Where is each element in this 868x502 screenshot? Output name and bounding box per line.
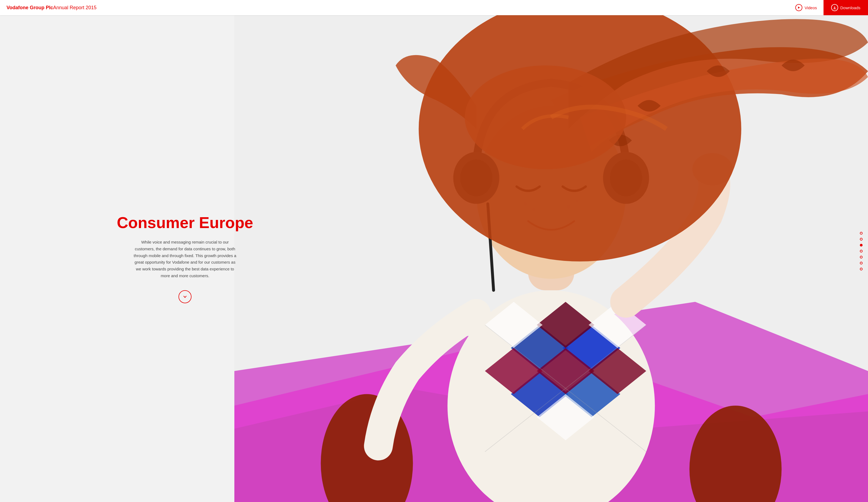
header-nav: Videos Downloads [789,0,868,15]
nav-dot-2[interactable] [860,238,862,241]
downloads-nav-button[interactable]: Downloads [824,0,868,15]
main-content: Consumer Europe While voice and messagin… [0,0,868,502]
section-description: While voice and messaging remain crucial… [133,239,237,279]
nav-dot-7[interactable] [860,268,862,270]
header: Vodafone Group Plc Annual Report 2015 Vi… [0,0,868,15]
side-navigation-dots [860,232,862,270]
svg-marker-0 [798,7,800,9]
download-icon [831,4,838,11]
videos-label: Videos [805,6,817,10]
nav-dot-1[interactable] [860,232,862,234]
nav-dot-6[interactable] [860,262,862,264]
play-icon [795,4,802,11]
logo-vodafone: Vodafone Group Plc [7,5,53,11]
section-title: Consumer Europe [117,214,254,231]
nav-dot-3[interactable] [860,244,862,247]
videos-nav-button[interactable]: Videos [789,0,824,15]
nav-dot-4[interactable] [860,250,862,252]
nav-dot-5[interactable] [860,256,862,259]
chevron-down-icon [183,294,187,299]
scroll-down-button[interactable] [178,290,192,303]
logo: Vodafone Group Plc Annual Report 2015 [7,5,96,11]
left-content-panel: Consumer Europe While voice and messagin… [0,15,364,502]
logo-subtitle: Annual Report 2015 [53,5,96,11]
downloads-label: Downloads [840,6,860,10]
